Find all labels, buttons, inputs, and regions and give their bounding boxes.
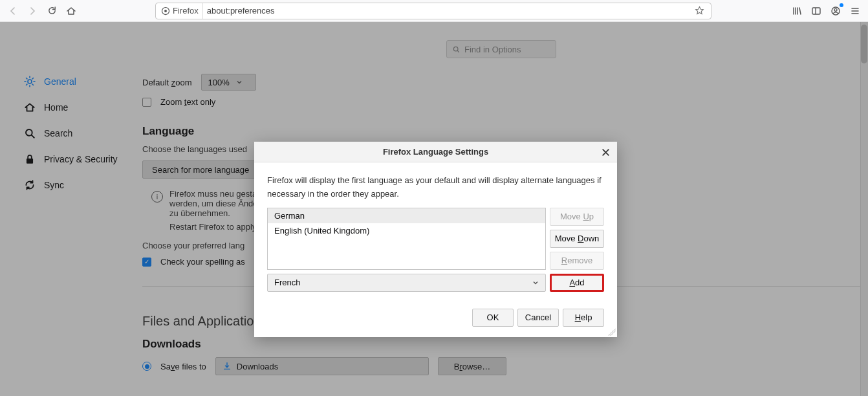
list-item-label: German	[274, 211, 305, 221]
reload-icon	[47, 6, 57, 16]
ok-button[interactable]: OK	[472, 309, 514, 327]
language-settings-dialog: Firefox Language Settings Firefox will d…	[254, 142, 617, 337]
button-label: Remove	[561, 256, 592, 265]
url-identity[interactable]: Firefox	[160, 3, 203, 19]
svg-point-1	[164, 10, 167, 12]
language-select[interactable]: French	[267, 274, 546, 292]
back-button[interactable]	[4, 2, 22, 20]
list-item-label: English (United Kingdom)	[274, 226, 369, 236]
hamburger-icon	[850, 6, 860, 16]
add-button[interactable]: Add	[550, 274, 604, 292]
reload-button[interactable]	[43, 2, 61, 20]
dialog-description: Firefox will display the first language …	[267, 174, 604, 201]
url-bar[interactable]: Firefox	[155, 3, 711, 19]
resize-grip[interactable]	[608, 328, 616, 336]
help-button[interactable]: Help	[563, 309, 604, 327]
dialog-header: Firefox Language Settings	[254, 142, 617, 162]
forward-icon	[27, 6, 38, 16]
account-button[interactable]	[827, 2, 845, 20]
library-button[interactable]	[788, 2, 806, 20]
forward-button[interactable]	[23, 2, 41, 20]
remove-button[interactable]: Remove	[550, 252, 604, 270]
move-up-button[interactable]: Move Up	[550, 208, 604, 226]
list-item[interactable]: English (United Kingdom)	[268, 223, 545, 238]
sidebar-icon	[811, 6, 821, 16]
url-input[interactable]	[207, 6, 688, 16]
home-button[interactable]	[62, 2, 80, 20]
language-listbox[interactable]: German English (United Kingdom)	[267, 208, 546, 270]
library-icon	[792, 6, 802, 16]
button-label: Add	[569, 278, 584, 287]
button-label: Help	[575, 313, 592, 322]
button-label: Cancel	[525, 313, 551, 322]
account-icon	[830, 6, 841, 16]
button-label: OK	[487, 313, 499, 322]
dialog-close-button[interactable]	[598, 144, 613, 160]
sidebar-toggle-button[interactable]	[807, 2, 825, 20]
cancel-button[interactable]: Cancel	[517, 309, 559, 327]
firefox-logo-icon	[161, 6, 170, 16]
app-menu-button[interactable]	[846, 2, 864, 20]
svg-rect-2	[812, 8, 820, 14]
back-icon	[8, 6, 18, 16]
bookmark-star-button[interactable]	[692, 6, 707, 16]
star-icon	[695, 6, 704, 16]
list-item[interactable]: German	[268, 208, 545, 223]
button-label: Move Down	[555, 234, 600, 243]
language-select-value: French	[274, 278, 300, 287]
browser-toolbar: Firefox	[0, 0, 868, 22]
svg-point-5	[834, 8, 837, 11]
chevron-down-icon	[532, 280, 539, 286]
move-down-button[interactable]: Move Down	[550, 230, 604, 248]
close-icon	[602, 148, 610, 157]
identity-label: Firefox	[173, 6, 199, 16]
dialog-title: Firefox Language Settings	[383, 147, 488, 157]
button-label: Move Up	[560, 212, 594, 221]
home-icon	[66, 6, 76, 16]
